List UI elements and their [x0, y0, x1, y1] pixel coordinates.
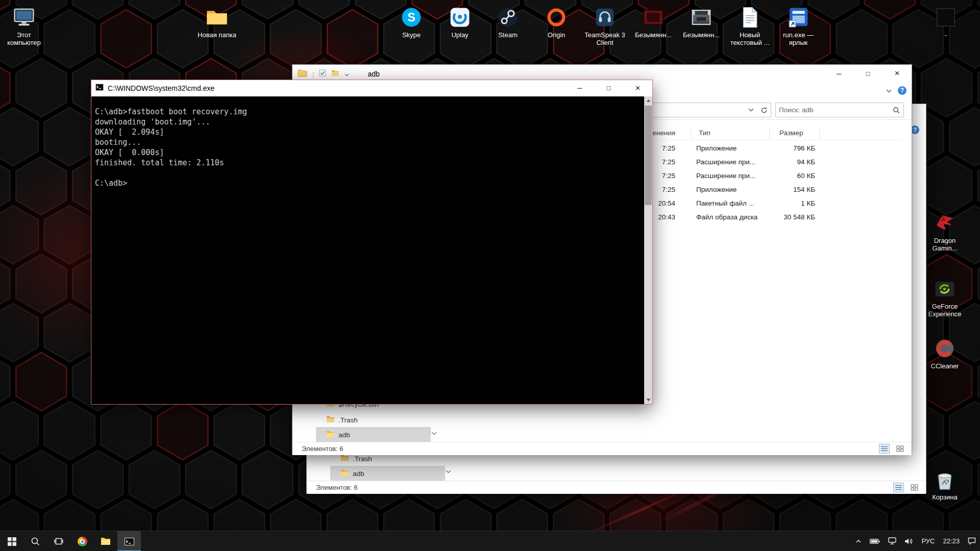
folder-icon: [340, 469, 349, 478]
nav-item-label: .Trash: [338, 416, 358, 424]
svg-text:S: S: [407, 11, 415, 24]
uplay-icon: [448, 5, 472, 30]
cmd-icon: [95, 83, 104, 93]
search-input[interactable]: [776, 106, 889, 114]
scroll-up-icon[interactable]: [644, 96, 652, 105]
start-button[interactable]: [0, 531, 23, 551]
taskbar-cmd-icon[interactable]: [117, 531, 141, 551]
column-divider[interactable]: [691, 129, 691, 139]
status-items-count: Элементов: 6: [302, 445, 343, 453]
nav-item-adb[interactable]: adb: [330, 466, 445, 481]
file-size: 30 548 КБ: [731, 210, 815, 224]
battery-icon[interactable]: [866, 531, 884, 551]
desktop-icon-text-doc[interactable]: Новый текстовый ...: [726, 5, 774, 46]
qat-new-folder-icon[interactable]: [331, 69, 339, 79]
desktop-icon-untitled-printer[interactable]: Безымянн...: [677, 5, 725, 39]
qat-properties-icon[interactable]: [319, 69, 326, 79]
network-icon[interactable]: [884, 531, 900, 551]
file-type: Приложение: [696, 141, 737, 155]
nav-item-trash[interactable]: .Trash: [316, 412, 431, 428]
steam-icon: [496, 5, 520, 30]
desktop-icon-label: Новый текстовый ...: [726, 31, 773, 46]
expand-ribbon-chevron-icon[interactable]: [886, 86, 892, 95]
taskbar-explorer-icon[interactable]: [94, 531, 117, 551]
desktop-icon-label: -: [945, 31, 947, 39]
action-center-icon[interactable]: [964, 531, 980, 551]
window-title: adb: [368, 70, 379, 78]
teamspeak-icon: [593, 5, 617, 30]
nav-scroll-down-icon[interactable]: [446, 470, 451, 473]
taskbar-chrome-icon[interactable]: [70, 531, 94, 551]
details-view-button[interactable]: [893, 483, 904, 492]
this-pc-icon: [12, 5, 36, 30]
folder-icon: [205, 5, 229, 30]
column-header-size[interactable]: Размер: [779, 129, 803, 137]
qat-separator: |: [312, 70, 314, 78]
column-header-type[interactable]: Тип: [699, 129, 710, 137]
search-box[interactable]: [775, 103, 904, 117]
desktop-icon-run-shortcut[interactable]: run.exe — ярлык: [774, 5, 822, 46]
column-divider[interactable]: [819, 129, 820, 139]
clock[interactable]: 22:23: [939, 531, 964, 551]
run-exe-shortcut-icon: [786, 5, 811, 30]
status-items-count: Элементов: 6: [316, 484, 357, 491]
desktop-icon-dragon-gaming[interactable]: Dragon Gamin...: [921, 211, 969, 252]
details-view-button[interactable]: [879, 444, 890, 454]
file-size: 154 КБ: [731, 183, 815, 196]
desktop-icon-skype[interactable]: S Skype: [387, 5, 435, 39]
column-divider[interactable]: [769, 129, 770, 139]
folder-icon: [340, 455, 349, 463]
cmd-window: C:\WINDOWS\system32\cmd.exe ─ □ × C:\adb…: [91, 80, 653, 405]
desktop-icon-origin[interactable]: Origin: [532, 5, 580, 39]
thumbnails-view-button[interactable]: [909, 483, 920, 492]
desktop-icon-new-folder[interactable]: Новая папка: [193, 5, 241, 39]
nav-item-label: adb: [338, 431, 350, 439]
skype-icon: S: [399, 5, 424, 30]
help-icon[interactable]: ?: [898, 86, 906, 95]
search-icon[interactable]: [889, 107, 903, 114]
minimize-button[interactable]: ─: [565, 80, 594, 96]
minimize-button[interactable]: ─: [824, 65, 853, 82]
cmd-titlebar[interactable]: C:\WINDOWS\system32\cmd.exe ─ □ ×: [91, 80, 652, 96]
desktop-icon-label: run.exe — ярлык: [775, 31, 822, 46]
qat-customize-chevron-icon[interactable]: [345, 69, 349, 79]
media-file-icon: [641, 5, 666, 30]
close-button[interactable]: ×: [883, 65, 912, 82]
language-indicator[interactable]: РУС: [917, 531, 939, 551]
desktop-icon-untitled-media[interactable]: Безымянн...: [629, 5, 677, 39]
desktop-icon-this-pc[interactable]: Этот компьютер: [0, 5, 48, 46]
volume-icon[interactable]: [900, 531, 917, 551]
desktop-icon-recycle-bin[interactable]: Корзина: [921, 467, 969, 501]
tray-expand-icon[interactable]: [851, 531, 866, 551]
desktop-icon-teamspeak[interactable]: TeamSpeak 3 Client: [581, 5, 629, 46]
desktop-icon-label: GeForce Experience: [921, 303, 968, 318]
origin-icon: [544, 5, 569, 30]
refresh-icon[interactable]: [757, 103, 771, 117]
nav-item-adb[interactable]: adb: [316, 427, 431, 442]
scrollbar-thumb[interactable]: [645, 106, 652, 205]
task-view-icon[interactable]: [47, 531, 70, 551]
desktop-icon-steam[interactable]: Steam: [484, 5, 532, 39]
desktop-icon-uplay[interactable]: Uplay: [436, 5, 484, 39]
desktop-icon-ccleaner[interactable]: CCleaner: [921, 336, 969, 370]
desktop-icon-label: Origin: [548, 31, 566, 39]
nav-item-label: .Trash: [353, 455, 372, 463]
thumbnails-view-button[interactable]: [895, 444, 905, 454]
desktop-icon-geforce-experience[interactable]: GeForce Experience: [921, 277, 969, 318]
cmd-scrollbar[interactable]: [644, 96, 652, 404]
maximize-button[interactable]: □: [853, 65, 883, 82]
close-button[interactable]: ×: [623, 80, 652, 96]
desktop-icon-label: Этот компьютер: [1, 31, 47, 46]
scroll-down-icon[interactable]: [644, 396, 652, 404]
cmd-console-area[interactable]: C:\adb>fastboot boot recovery.img downlo…: [91, 96, 652, 404]
nav-scroll-down-icon[interactable]: [431, 432, 437, 435]
file-size: 94 КБ: [731, 155, 815, 169]
address-dropdown-icon[interactable]: [744, 103, 757, 117]
ccleaner-icon: [933, 336, 957, 361]
desktop-icon-label: Dragon Gamin...: [921, 237, 968, 252]
taskbar-search-icon[interactable]: [23, 531, 47, 551]
desktop-icon-dash[interactable]: -: [922, 5, 970, 39]
file-size: 1 КБ: [731, 196, 815, 210]
maximize-button[interactable]: □: [594, 80, 623, 96]
status-bar: Элементов: 6: [292, 442, 912, 455]
